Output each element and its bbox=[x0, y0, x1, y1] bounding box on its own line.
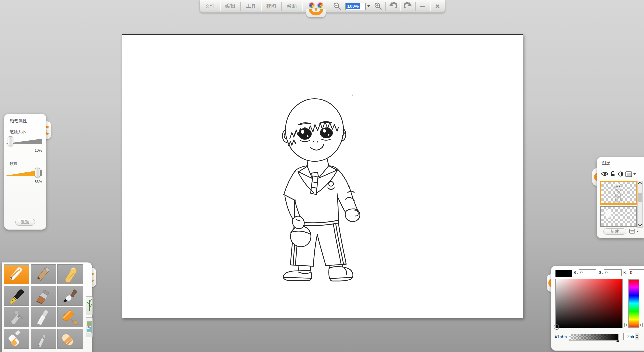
layers-panel: 图层 bbox=[597, 157, 644, 238]
alpha-slider[interactable] bbox=[569, 334, 619, 341]
menu-edit-label: 编辑 bbox=[225, 3, 235, 9]
redo-icon bbox=[404, 2, 412, 11]
layer-2-thumbnail[interactable] bbox=[600, 206, 637, 227]
tool-pencil[interactable] bbox=[4, 264, 29, 284]
logo-left-eye-icon bbox=[309, 2, 315, 8]
layer-options-button[interactable] bbox=[625, 171, 632, 177]
alpha-label: Alpha bbox=[555, 335, 567, 340]
chevron-down-icon bbox=[367, 5, 370, 7]
layer-2-preview bbox=[605, 210, 611, 218]
tool-crayon[interactable] bbox=[57, 264, 83, 284]
sv-selector bbox=[554, 325, 559, 329]
new-layer-button[interactable]: 新建 bbox=[603, 228, 626, 235]
zoom-level-input[interactable]: 100% bbox=[345, 3, 366, 10]
tool-paint-roller[interactable] bbox=[57, 307, 83, 327]
menu-file-label: 文件 bbox=[205, 3, 215, 9]
tool-ink-brush[interactable] bbox=[57, 286, 83, 306]
reset-button[interactable]: 重置 bbox=[15, 219, 35, 226]
menu-tools[interactable]: 工具 bbox=[241, 0, 261, 12]
undo-icon bbox=[389, 2, 397, 11]
liner-brush-tool-icon bbox=[33, 330, 54, 348]
scroll-up-button[interactable] bbox=[638, 181, 642, 185]
menu-file[interactable]: 文件 bbox=[200, 0, 220, 12]
zoom-in-icon bbox=[374, 2, 382, 10]
layer-visibility-button[interactable] bbox=[601, 171, 608, 176]
green-label: G: bbox=[599, 271, 603, 275]
layer-1-thumbnail-selected[interactable] bbox=[600, 181, 637, 205]
tool-liner-brush[interactable] bbox=[31, 329, 56, 349]
green-input[interactable] bbox=[604, 269, 622, 276]
tool-grid bbox=[4, 264, 85, 349]
alpha-marker[interactable] bbox=[616, 340, 620, 342]
tool-flat-brush[interactable] bbox=[31, 286, 56, 306]
half-circle-icon bbox=[618, 171, 623, 177]
minimize-icon bbox=[420, 6, 425, 7]
tool-paint-bottle[interactable] bbox=[4, 329, 29, 349]
hue-strip[interactable] bbox=[628, 279, 639, 328]
ink-brush-tool-icon bbox=[60, 287, 80, 305]
spinner-up-icon[interactable] bbox=[636, 335, 638, 336]
blue-input[interactable] bbox=[629, 269, 644, 276]
fountain-pen-tool-icon bbox=[6, 287, 27, 305]
tool-fountain-pen[interactable] bbox=[4, 286, 29, 306]
zoom-out-icon bbox=[333, 2, 341, 10]
softness-slider[interactable] bbox=[6, 167, 43, 178]
pencil-panel-title: 铅笔属性 bbox=[10, 118, 27, 124]
menu-view[interactable]: 视图 bbox=[261, 0, 281, 12]
wood-pencil-tool-icon bbox=[33, 265, 54, 283]
layers-scrollbar[interactable] bbox=[637, 181, 643, 228]
hue-marker-left[interactable] bbox=[624, 323, 627, 327]
alpha-value-input[interactable] bbox=[624, 333, 635, 340]
picture-stamp-button[interactable] bbox=[86, 317, 93, 337]
layers-panel-title: 图层 bbox=[602, 160, 610, 166]
pencil-properties-panel: 铅笔属性 笔触大小 10% 软度 86% 重置 bbox=[4, 114, 46, 230]
layer-lock-button[interactable] bbox=[610, 171, 615, 177]
drawing-canvas[interactable] bbox=[122, 34, 523, 318]
plant-stamp-icon bbox=[87, 299, 92, 313]
tool-airbrush[interactable] bbox=[4, 307, 29, 327]
paint-roller-tool-icon bbox=[60, 308, 80, 326]
palette-knife-tool-icon bbox=[33, 308, 54, 326]
spinner-down-icon[interactable] bbox=[636, 337, 638, 339]
tool-wood-pencil[interactable] bbox=[31, 264, 56, 284]
plant-stamp-button[interactable] bbox=[86, 296, 93, 315]
red-input[interactable] bbox=[579, 269, 596, 276]
chevron-down-icon bbox=[638, 222, 642, 227]
minimize-button[interactable] bbox=[416, 0, 430, 12]
top-toolbar: 文件 编辑 工具 视图 帮助 100% bbox=[200, 0, 445, 13]
zoom-in-button[interactable] bbox=[371, 0, 385, 12]
layer-blend-button[interactable] bbox=[618, 171, 623, 177]
undo-button[interactable] bbox=[386, 0, 400, 12]
layer-options-dropdown[interactable] bbox=[633, 173, 636, 175]
paint-bottle-tool-icon bbox=[6, 330, 27, 348]
layer-list-menu-dropdown[interactable] bbox=[636, 231, 639, 232]
hue-marker-right[interactable] bbox=[640, 323, 643, 327]
menu-help-label: 帮助 bbox=[287, 3, 297, 9]
list-icon bbox=[625, 171, 632, 177]
menu-help[interactable]: 帮助 bbox=[282, 0, 302, 12]
saturation-value-square[interactable] bbox=[555, 279, 623, 328]
brush-size-handle[interactable] bbox=[8, 136, 13, 146]
tool-eraser[interactable] bbox=[57, 329, 83, 349]
softness-label: 软度 bbox=[10, 161, 18, 167]
redo-button[interactable] bbox=[400, 0, 415, 12]
tool-palette-knife[interactable] bbox=[31, 307, 56, 327]
softness-handle[interactable] bbox=[35, 168, 40, 177]
close-button[interactable]: ✕ bbox=[430, 0, 445, 12]
layer-list-menu-button[interactable] bbox=[629, 229, 635, 234]
logo-smile-icon bbox=[308, 9, 324, 17]
menu-edit[interactable]: 编辑 bbox=[220, 0, 240, 12]
menu-view-label: 视图 bbox=[266, 3, 276, 9]
current-color-swatch bbox=[555, 270, 572, 277]
app-logo-button[interactable] bbox=[302, 0, 330, 12]
zoom-level-dropdown[interactable] bbox=[366, 0, 371, 12]
flat-brush-tool-icon bbox=[33, 287, 54, 305]
chevron-down-icon bbox=[636, 231, 639, 232]
brush-size-slider[interactable] bbox=[6, 135, 43, 147]
airbrush-tool-icon bbox=[6, 308, 27, 326]
scrollbar-thumb[interactable] bbox=[638, 193, 642, 202]
zoom-out-button[interactable] bbox=[330, 0, 344, 12]
scroll-down-button[interactable] bbox=[638, 223, 642, 227]
eye-icon bbox=[601, 171, 608, 176]
chevron-up-icon bbox=[638, 182, 642, 186]
